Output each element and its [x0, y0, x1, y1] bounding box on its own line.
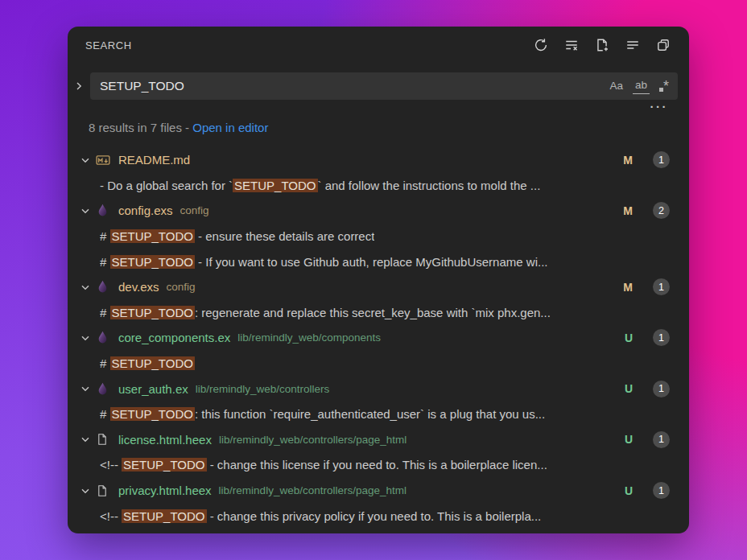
search-panel: SEARCH SETUP_TODO Aa ab — [68, 27, 689, 533]
more-actions-row: ··· — [68, 100, 689, 114]
file-name: user_auth.ex — [118, 382, 188, 396]
search-panel-header: SEARCH — [68, 27, 689, 64]
regex-toggle[interactable]: * — [657, 80, 671, 93]
git-status-badge: M — [623, 204, 633, 217]
file-row[interactable]: license.html.heexlib/remindly_web/contro… — [68, 427, 689, 453]
file-name: license.html.heex — [118, 433, 212, 447]
whole-word-toggle[interactable]: ab — [633, 78, 650, 93]
match-text: # SETUP_TODO: this function `require_aut… — [100, 407, 545, 421]
file-name: dev.exs — [118, 280, 159, 294]
file-path: config — [180, 204, 209, 216]
match-highlight: SETUP_TODO — [110, 407, 195, 421]
git-status-badge: M — [623, 154, 633, 167]
search-toolbar — [533, 37, 671, 53]
refresh-icon[interactable] — [533, 37, 549, 53]
match-highlight: SETUP_TODO — [110, 306, 195, 319]
markdown-icon — [96, 153, 114, 167]
match-row[interactable]: # SETUP_TODO - If you want to use Github… — [68, 249, 689, 274]
match-text: <!-- SETUP_TODO - change this license if… — [100, 458, 547, 471]
desktop-background: { "panel": { "title": "SEARCH", "toolbar… — [0, 0, 747, 560]
match-count-badge: 1 — [653, 431, 670, 448]
git-status-badge: U — [625, 433, 633, 446]
git-status-badge: U — [625, 331, 633, 344]
match-row[interactable]: # SETUP_TODO - ensure these details are … — [68, 224, 689, 249]
match-highlight: SETUP_TODO — [110, 229, 195, 243]
open-new-search-editor-icon[interactable] — [655, 37, 671, 53]
file-name: privacy.html.heex — [118, 484, 212, 497]
file-row[interactable]: README.mdM1 — [68, 147, 689, 173]
file-icon — [96, 433, 114, 446]
match-highlight: SETUP_TODO — [122, 509, 206, 523]
file-row[interactable]: privacy.html.heexlib/remindly_web/contro… — [68, 478, 689, 504]
elixir-icon — [96, 382, 114, 396]
results-count-text: 8 results in 7 files — [89, 121, 182, 134]
file-name: core_components.ex — [118, 331, 230, 344]
search-query-text: SETUP_TODO — [100, 79, 600, 93]
file-path: lib/remindly_web/controllers/page_html — [219, 434, 407, 446]
results-list: README.mdM1- Do a global search for `SET… — [68, 139, 689, 529]
match-text: <!-- SETUP_TODO - change this privacy po… — [100, 509, 541, 523]
summary-separator: - — [185, 121, 192, 134]
chevron-down-icon[interactable] — [79, 331, 96, 344]
match-text: # SETUP_TODO: regenerate and replace thi… — [100, 306, 551, 319]
new-search-editor-icon[interactable] — [594, 37, 610, 53]
match-count-badge: 1 — [653, 329, 670, 346]
elixir-icon — [96, 204, 114, 217]
chevron-down-icon[interactable] — [79, 433, 96, 446]
match-highlight: SETUP_TODO — [110, 255, 195, 269]
match-text: # SETUP_TODO - If you want to use Github… — [100, 255, 547, 269]
match-count-badge: 2 — [653, 202, 670, 219]
file-name: config.exs — [118, 204, 173, 217]
search-input[interactable]: SETUP_TODO Aa ab * — [90, 72, 678, 100]
git-status-badge: M — [623, 281, 633, 294]
match-text: # SETUP_TODO - ensure these details are … — [100, 229, 374, 243]
match-highlight: SETUP_TODO — [110, 356, 195, 370]
match-text: # SETUP_TODO — [100, 356, 195, 370]
panel-title: SEARCH — [85, 39, 132, 51]
open-in-editor-link[interactable]: Open in editor — [192, 121, 268, 134]
chevron-down-icon[interactable] — [79, 204, 96, 217]
clear-search-results-icon[interactable] — [563, 37, 580, 53]
search-row: SETUP_TODO Aa ab * — [68, 72, 689, 100]
match-row[interactable]: # SETUP_TODO: regenerate and replace thi… — [68, 300, 689, 326]
git-status-badge: U — [625, 382, 633, 395]
match-highlight: SETUP_TODO — [233, 179, 317, 192]
file-path: lib/remindly_web/controllers — [196, 383, 330, 395]
chevron-down-icon[interactable] — [79, 382, 96, 395]
file-row[interactable]: user_auth.exlib/remindly_web/controllers… — [68, 376, 689, 401]
match-case-toggle[interactable]: Aa — [607, 79, 625, 93]
match-count-badge: 1 — [653, 151, 670, 168]
file-path: lib/remindly_web/controllers/page_html — [219, 484, 407, 496]
elixir-icon — [96, 331, 114, 344]
file-row[interactable]: dev.exsconfigM1 — [68, 274, 689, 300]
match-row[interactable]: <!-- SETUP_TODO - change this license if… — [68, 452, 689, 478]
elixir-icon — [96, 280, 114, 294]
match-row[interactable]: # SETUP_TODO — [68, 351, 689, 377]
file-path: config — [167, 281, 196, 293]
match-text: - Do a global search for `SETUP_TODO` an… — [100, 179, 540, 192]
match-count-badge: 1 — [653, 381, 670, 397]
toggle-replace-chevron-icon[interactable] — [69, 80, 89, 93]
file-name: README.md — [118, 153, 190, 167]
file-row[interactable]: config.exsconfigM2 — [68, 198, 689, 224]
match-highlight: SETUP_TODO — [122, 458, 206, 471]
git-status-badge: U — [625, 484, 633, 497]
match-row[interactable]: # SETUP_TODO: this function `require_aut… — [68, 401, 689, 427]
chevron-down-icon[interactable] — [79, 484, 96, 497]
match-count-badge: 1 — [653, 278, 670, 295]
match-row[interactable]: <!-- SETUP_TODO - change this privacy po… — [68, 503, 689, 529]
file-icon — [96, 484, 114, 497]
file-row[interactable]: core_components.exlib/remindly_web/compo… — [68, 325, 689, 351]
match-row[interactable]: - Do a global search for `SETUP_TODO` an… — [68, 173, 689, 199]
results-summary: 8 results in 7 files - Open in editor — [68, 114, 689, 139]
chevron-down-icon[interactable] — [79, 154, 96, 167]
more-actions-icon[interactable]: ··· — [650, 104, 669, 110]
chevron-down-icon[interactable] — [79, 281, 96, 294]
expand-all-icon[interactable] — [625, 37, 641, 53]
file-path: lib/remindly_web/components — [237, 331, 381, 344]
match-count-badge: 1 — [653, 482, 670, 499]
